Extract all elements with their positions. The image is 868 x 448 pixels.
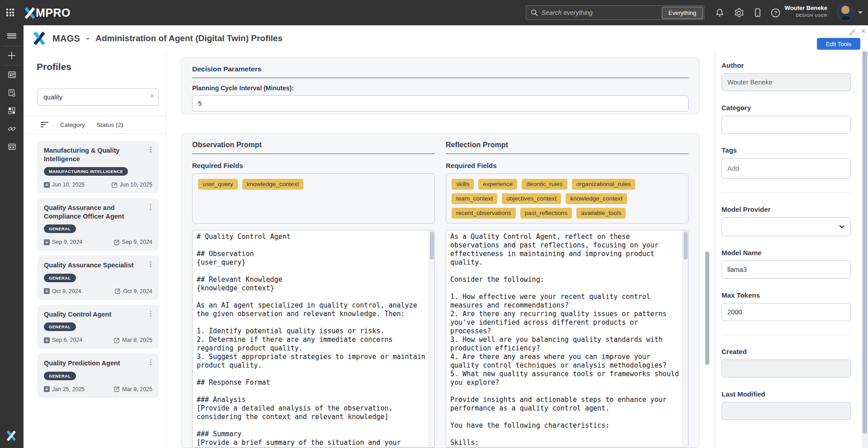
- profile-dates: + Oct 9, 2024 Oct 9, 2024: [44, 288, 152, 294]
- required-field-tag: user_query: [198, 179, 238, 190]
- max-tokens-input[interactable]: [722, 303, 851, 321]
- category-input[interactable]: [722, 116, 851, 134]
- svg-text:?: ?: [774, 9, 777, 16]
- mobile-device-icon[interactable]: [752, 7, 763, 18]
- app-launcher-icon[interactable]: [6, 9, 15, 18]
- planning-cycle-label: Planning Cycle Interval (Minutes):: [192, 84, 689, 92]
- model-name-input[interactable]: [722, 261, 851, 279]
- avatar[interactable]: [837, 5, 854, 21]
- profile-category-badge: MANUFACTURING INTELLIGENCE: [44, 167, 128, 176]
- modified-date: Jun 10, 2025: [112, 182, 152, 188]
- last-modified-input: [722, 402, 851, 420]
- rail-blocks-icon[interactable]: [0, 103, 24, 118]
- created-icon: +: [44, 182, 50, 188]
- scrollbar-thumb[interactable]: [430, 232, 434, 260]
- profile-card[interactable]: Manufacturing & Quality Intelligence ⋮ M…: [38, 141, 159, 193]
- planning-cycle-input[interactable]: [192, 95, 689, 112]
- required-field-tag: recent_observations: [452, 208, 516, 219]
- modified-date: Mar 8, 2025: [114, 386, 152, 392]
- model-provider-field: Model Provider: [722, 205, 851, 236]
- reflection-prompt-text[interactable]: As a Quality Control Agent, reflect on t…: [446, 230, 682, 447]
- tags-field: Tags: [722, 146, 851, 179]
- profile-title: Quality Assurance Specialist: [44, 261, 152, 270]
- details-divider: [722, 335, 851, 335]
- kebab-menu-icon[interactable]: ⋮: [147, 358, 154, 366]
- details-panel: Author Category Tags Model Provider Mode…: [722, 51, 851, 420]
- rail-dashboard-icon[interactable]: [0, 67, 24, 82]
- profile-title: Quality Control Agent: [44, 310, 152, 319]
- model-name-field: Model Name: [722, 249, 851, 279]
- tags-input[interactable]: [722, 158, 851, 179]
- kebab-menu-icon[interactable]: ⋮: [147, 260, 154, 268]
- section-divider: [446, 154, 689, 154]
- rail-link-icon[interactable]: [0, 121, 24, 136]
- modified-pencil-icon: [114, 337, 120, 343]
- filter-status[interactable]: Status (2): [97, 121, 123, 128]
- rail-add-button[interactable]: [0, 48, 24, 63]
- reflection-required-fields: skillsexperiencedeontic_rulesorganizatio…: [446, 173, 689, 224]
- observation-prompt-editor[interactable]: # Quality Control Agent ## Observation {…: [192, 230, 435, 448]
- model-provider-label: Model Provider: [722, 205, 851, 213]
- page-title-text: Administration of Agent (Digital Twin) P…: [95, 33, 283, 43]
- profiles-list: Manufacturing & Quality Intelligence ⋮ M…: [38, 141, 159, 403]
- reflection-required-fields-label: Required Fields: [446, 162, 689, 169]
- main-scrollbar-thumb[interactable]: [705, 252, 709, 365]
- edit-pencil-icon[interactable]: [849, 29, 856, 37]
- decision-parameters-card: Decision Parameters Planning Cycle Inter…: [181, 57, 700, 114]
- help-icon[interactable]: ?: [770, 7, 781, 18]
- notifications-bell-icon[interactable]: [714, 7, 725, 18]
- profiles-filter-bar: Category Status (2): [24, 116, 166, 134]
- tags-label: Tags: [722, 146, 851, 154]
- page-scrollbar-thumb[interactable]: [863, 32, 867, 434]
- observation-prompt-text[interactable]: # Quality Control Agent ## Observation {…: [193, 230, 428, 447]
- modified-pencil-icon: [114, 386, 120, 392]
- created-date: + Sep 6, 2024: [44, 337, 82, 343]
- filter-category[interactable]: Category: [60, 121, 85, 128]
- reflection-prompt-editor[interactable]: As a Quality Control Agent, reflect on t…: [446, 230, 689, 448]
- kebab-menu-icon[interactable]: ⋮: [147, 203, 154, 211]
- page-title: MAGS - Administration of Agent (Digital …: [33, 25, 283, 51]
- modified-date: Oct 9, 2024: [115, 288, 152, 294]
- menu-hamburger-icon[interactable]: [0, 28, 24, 43]
- created-icon: +: [44, 239, 50, 245]
- section-divider: [192, 154, 435, 154]
- profiles-search-input[interactable]: [38, 89, 159, 106]
- modified-pencil-icon: [115, 288, 121, 294]
- required-field-tag: available_tools: [576, 208, 626, 219]
- observation-required-fields-label: Required Fields: [192, 162, 435, 169]
- user-name: Wouter Beneke: [785, 5, 827, 11]
- required-field-tag: deontic_rules: [522, 179, 567, 190]
- rail-datagrid-icon[interactable]: [0, 139, 24, 154]
- profile-dates: + Jun 10, 2025 Jun 10, 2025: [44, 182, 152, 188]
- kebab-menu-icon[interactable]: ⋮: [147, 309, 154, 317]
- profile-category-badge: GENERAL: [44, 224, 76, 233]
- edit-tools-button[interactable]: Edit Tools: [817, 38, 860, 50]
- app-root: MPRO Everything ? Wouter Beneke DESIGN U…: [0, 0, 868, 448]
- profile-dates: + Jan 25, 2025 Mar 8, 2025: [44, 386, 152, 392]
- close-icon[interactable]: ×: [861, 26, 866, 36]
- profile-category-badge: GENERAL: [44, 372, 76, 380]
- kebab-menu-icon[interactable]: ⋮: [147, 145, 154, 154]
- required-field-tag: objectives_context: [502, 193, 561, 204]
- profile-title: Manufacturing & Quality Intelligence: [44, 146, 152, 163]
- search-scope-button[interactable]: Everything: [662, 7, 703, 19]
- profile-card[interactable]: Quality Assurance and Compliance Officer…: [38, 198, 159, 251]
- search-input[interactable]: [542, 9, 662, 16]
- filter-funnel-icon[interactable]: [41, 121, 48, 129]
- modified-pencil-icon: [112, 182, 118, 188]
- settings-gear-icon[interactable]: [733, 7, 744, 18]
- profile-card[interactable]: Quality Control Agent ⋮ GENERAL + Sep 6,…: [38, 305, 159, 349]
- user-info: Wouter Beneke DESIGN USER: [785, 5, 827, 18]
- reflection-prompt-heading: Reflection Prompt: [446, 141, 689, 149]
- reflection-editor-scrollbar: [682, 230, 688, 447]
- profile-card[interactable]: Quality Prediction Agent ⋮ GENERAL + Jan…: [38, 354, 159, 398]
- rail-forms-icon[interactable]: [0, 85, 24, 100]
- xmpro-logo: MPRO: [24, 6, 71, 19]
- created-icon: +: [44, 288, 50, 294]
- user-menu-caret-icon[interactable]: [858, 11, 863, 14]
- scrollbar-thumb[interactable]: [684, 232, 688, 260]
- model-provider-select[interactable]: [722, 217, 851, 236]
- profile-card[interactable]: Quality Assurance Specialist ⋮ GENERAL +…: [38, 256, 159, 300]
- clear-search-icon[interactable]: ×: [150, 92, 154, 100]
- left-rail: [0, 25, 24, 448]
